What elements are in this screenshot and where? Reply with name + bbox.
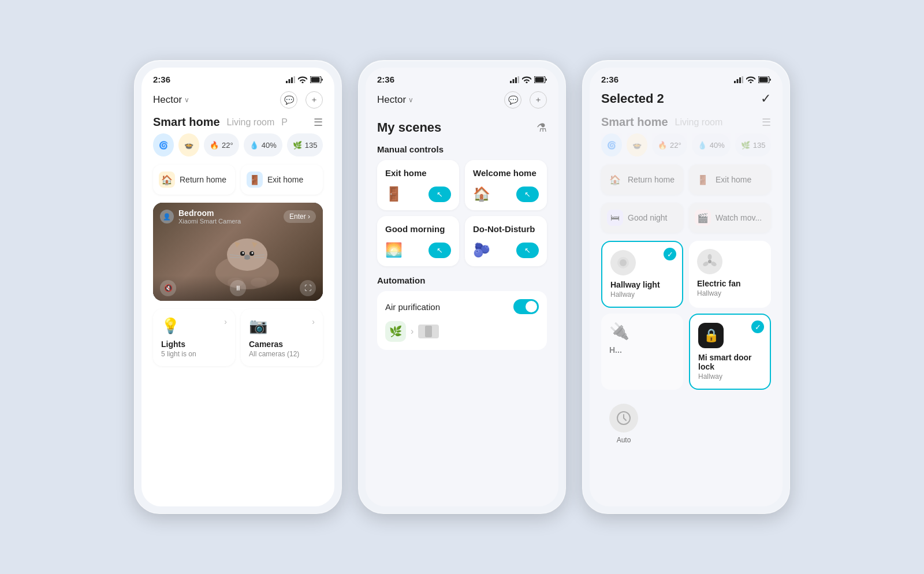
door-lock-icon: 🔒 <box>698 323 724 348</box>
automation-icons-2: 🌿 › <box>385 321 539 342</box>
auto-button[interactable]: Auto <box>601 396 646 452</box>
auto-circle-icon <box>609 404 638 433</box>
exit-home-run-btn[interactable]: ↖ <box>429 187 451 202</box>
lights-name: Lights <box>161 340 227 349</box>
message-icon-1[interactable]: 💬 <box>280 91 297 109</box>
add-icon-2[interactable]: ＋ <box>530 91 547 109</box>
good-morning-run-btn[interactable]: ↖ <box>429 243 451 258</box>
return-home-btn-3: 🏠 Return home <box>601 165 683 195</box>
camera-enter-btn[interactable]: Enter › <box>284 210 316 223</box>
automation-label-2: Automation <box>377 275 547 285</box>
air-purification-name: Air purification <box>385 302 440 312</box>
svg-rect-28 <box>535 77 544 82</box>
welcome-home-run-btn[interactable]: ↖ <box>516 187 539 202</box>
dnd-run-btn[interactable]: ↖ <box>516 243 539 258</box>
selected-header-3: Selected 2 ✓ <box>590 87 783 115</box>
sensor-humidity-1: 💧 40% <box>244 133 282 156</box>
scenes-header-2: My scenes ⚗ <box>366 115 558 144</box>
exit-home-icon: 🚪 <box>247 172 263 188</box>
exit-home-title: Exit home <box>385 168 451 178</box>
message-icon-2[interactable]: 💬 <box>504 91 521 109</box>
svg-rect-31 <box>739 77 741 83</box>
confirm-check-icon[interactable]: ✓ <box>761 91 771 106</box>
good-morning-title: Good morning <box>385 224 451 234</box>
scenes-title-2: My scenes <box>377 120 441 135</box>
hallway-light-card[interactable]: ✓ Hallway light Hallway <box>601 241 683 308</box>
section-nav-1: Smart home Living room P ☰ <box>141 115 334 133</box>
welcome-home-scene-icon: 🏠 <box>473 186 490 202</box>
svg-point-15 <box>243 252 244 254</box>
menu-icon-1[interactable]: ☰ <box>314 116 323 129</box>
pause-icon[interactable]: ⏸ <box>230 280 246 296</box>
watch-movie-btn-3: 🎬 Watch mov... <box>689 203 771 233</box>
svg-rect-2 <box>291 77 293 83</box>
socket-card[interactable]: 🔌 H... <box>601 314 683 390</box>
cursor-icon-2: ↖ <box>524 190 531 199</box>
time-2: 2:36 <box>377 74 394 84</box>
cameras-card-header: 📷 › <box>249 317 315 335</box>
hallway-light-name: Hallway light <box>610 280 674 289</box>
automation-card-2: Air purification 🌿 › <box>377 291 547 350</box>
sensor-circle-1: 🌀 <box>153 133 174 156</box>
scene-welcome-home[interactable]: Welcome home 🏠 ↖ <box>465 160 547 210</box>
air-purification-toggle[interactable] <box>513 299 539 314</box>
phone-3: 2:36 Selected 2 ✓ Smart home Living room… <box>582 60 790 514</box>
sensor-humidity-3: 💧40% <box>692 133 731 156</box>
battery-icon-2 <box>534 76 547 83</box>
door-lock-check: ✓ <box>751 320 764 333</box>
camera-card-1[interactable]: 👤 Bedroom Xiaomi Smart Camera Enter › 🔇 … <box>153 203 323 301</box>
svg-rect-25 <box>515 77 517 83</box>
user-name-1[interactable]: Hector ∨ <box>153 94 189 106</box>
cursor-icon: ↖ <box>437 190 443 199</box>
lights-arrow: › <box>224 317 227 326</box>
auto-from-icon: 🌿 <box>385 321 406 342</box>
svg-rect-29 <box>734 81 736 83</box>
return-home-btn[interactable]: 🏠 Return home <box>153 165 235 195</box>
fullscreen-icon[interactable]: ⛶ <box>300 280 316 296</box>
inactive-tab-1[interactable]: Living room <box>227 117 275 128</box>
user-name-2[interactable]: Hector ∨ <box>377 94 413 106</box>
time-1: 2:36 <box>153 74 170 84</box>
status-icons-2 <box>510 76 547 83</box>
good-morning-footer: 🌅 ↖ <box>385 242 451 258</box>
fan-svg-icon <box>702 254 717 269</box>
lights-card-header: 💡 › <box>161 317 227 335</box>
dnd-scene-icon: 🫐 <box>473 242 490 258</box>
mute-icon[interactable]: 🔇 <box>160 280 176 296</box>
socket-name: H... <box>609 345 675 355</box>
scene-good-morning[interactable]: Good morning 🌅 ↖ <box>377 216 459 266</box>
cameras-status: All cameras (12) <box>249 350 315 358</box>
door-lock-location: Hallway <box>698 372 762 381</box>
good-morning-scene-icon: 🌅 <box>385 242 403 258</box>
active-tab-1[interactable]: Smart home <box>153 115 220 129</box>
tab-extra-1[interactable]: P <box>281 117 288 128</box>
welcome-home-footer: 🏠 ↖ <box>473 186 539 202</box>
status-bar-2: 2:36 <box>366 68 558 87</box>
filter-icon-2[interactable]: ⚗ <box>536 121 547 135</box>
header-icons-1: 💬 ＋ <box>280 91 323 109</box>
wifi-icon-2 <box>522 76 531 83</box>
sensor-temp-3: 🔥22° <box>652 133 687 156</box>
door-lock-card[interactable]: ✓ 🔒 Mi smart door lock Hallway <box>689 314 771 390</box>
phone-3-screen: 2:36 Selected 2 ✓ Smart home Living room… <box>590 68 783 506</box>
scenes-grid-2: Exit home 🚪 ↖ Welcome home 🏠 ↖ <box>366 160 558 275</box>
sensor-air-3: 🌿135 <box>735 133 772 156</box>
exit-home-btn[interactable]: 🚪 Exit home <box>241 165 323 195</box>
fan-name: Electric fan <box>697 279 763 288</box>
scene-exit-home[interactable]: Exit home 🚪 ↖ <box>377 160 459 210</box>
electric-fan-card[interactable]: Electric fan Hallway <box>689 241 771 308</box>
user-chevron-2: ∨ <box>408 96 413 104</box>
cameras-card[interactable]: 📷 › Cameras All cameras (12) <box>241 309 323 366</box>
svg-point-37 <box>708 260 711 263</box>
phone-2: 2:36 Hector ∨ 💬 ＋ My s <box>358 60 566 514</box>
lights-card[interactable]: 💡 › Lights 5 light is on <box>153 309 235 366</box>
fan-icon <box>697 249 722 274</box>
scene-dnd[interactable]: Do-Not-Disturb 🫐 ↖ <box>465 216 547 266</box>
hallway-light-check: ✓ <box>664 248 676 260</box>
sensor-row-1: 🌀 🍲 🔥 22° 💧 40% 🌿 135 <box>141 133 334 165</box>
add-icon-1[interactable]: ＋ <box>305 91 323 109</box>
manual-controls-label: Manual controls <box>366 144 558 160</box>
sensor-circle-3: 🌀 <box>601 133 622 156</box>
app-header-2: Hector ∨ 💬 ＋ <box>366 87 558 115</box>
sensor-pot-1: 🍲 <box>178 133 199 156</box>
